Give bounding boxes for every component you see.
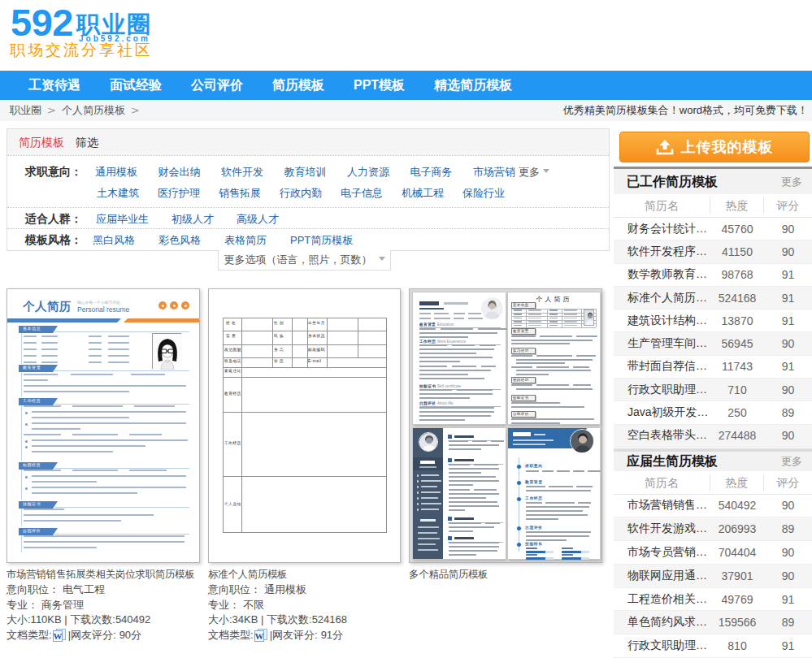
resume-preview-2: 姓 名性 别出生年月籍 贯民 族身体状况政治面貌身 高邮政编码联系电话学 历E-…: [209, 289, 400, 562]
table-row[interactable]: 工程造价相关… 49769 91: [614, 588, 812, 612]
resume-table: 姓 名性 别出生年月籍 贯民 族身体状况政治面貌身 高邮政编码联系电话学 历E-…: [223, 318, 387, 533]
text-line: [419, 301, 439, 305]
resume-name[interactable]: 市场专员营销…: [614, 545, 710, 560]
text-line: [454, 537, 474, 539]
filter-link[interactable]: 软件开发: [221, 166, 263, 178]
rating-label: |网友评分:: [68, 629, 116, 641]
resume-name[interactable]: 工程造价相关…: [614, 592, 710, 607]
filter-link[interactable]: 初级人才: [172, 213, 214, 225]
nav-item-5[interactable]: 精选简历模板: [434, 71, 512, 100]
table-row[interactable]: 市场专员营销… 704404 90: [614, 541, 812, 565]
filter-link[interactable]: 黑白风格: [93, 234, 135, 246]
table-row[interactable]: 行政文职助理… 710 90: [614, 379, 812, 401]
resume-name[interactable]: 标准个人简历…: [614, 291, 710, 305]
heat-value: 56945: [710, 337, 764, 350]
table-row[interactable]: 单色简约风求… 159566 89: [614, 611, 812, 634]
text-line: [24, 374, 58, 375]
filter-link[interactable]: 保险行业: [462, 187, 505, 199]
resume-card-2[interactable]: 姓 名性 别出生年月籍 贯民 族身体状况政治面貌身 高邮政编码联系电话学 历E-…: [208, 288, 401, 563]
table-row[interactable]: 财务会计统计… 45760 90: [614, 218, 812, 240]
resume-name[interactable]: 市场营销销售…: [614, 498, 710, 513]
resume-name[interactable]: Java初级开发…: [614, 405, 710, 420]
table-row[interactable]: 带封面自荐信… 11743 91: [614, 356, 812, 379]
filter-link[interactable]: 市场营销: [473, 166, 515, 178]
filter-link[interactable]: 人力资源: [347, 166, 389, 178]
breadcrumb-current[interactable]: 个人简历模板: [62, 104, 125, 116]
text-line: [514, 310, 522, 311]
resume-name[interactable]: 行政文职助理…: [614, 639, 710, 653]
nav-item-4[interactable]: PPT模板: [354, 71, 405, 100]
filter-link[interactable]: 彩色风格: [158, 234, 201, 246]
resume-name[interactable]: 软件开发程序…: [614, 245, 710, 259]
text-line: [25, 446, 28, 448]
card-title-link[interactable]: 标准个人简历模板: [208, 569, 288, 580]
filter-link[interactable]: 电子信息: [341, 187, 383, 199]
table-row[interactable]: 行政文职助理… 810 91: [614, 634, 812, 658]
filter-link[interactable]: 表格简历: [224, 234, 267, 246]
table-line: [358, 318, 358, 357]
filter-link[interactable]: 高级人才: [237, 213, 279, 225]
table-line: [272, 318, 273, 367]
table-row[interactable]: 市场营销销售… 540492 90: [614, 495, 812, 518]
filter-link[interactable]: 行政内勤: [280, 187, 322, 199]
filter-link[interactable]: 财会出纳: [158, 166, 201, 178]
more-link[interactable]: 更多: [781, 169, 802, 194]
resume-name[interactable]: 数学教师教育…: [614, 267, 710, 282]
table-row[interactable]: 生产管理车间… 56945 90: [614, 332, 812, 355]
nav-item-2[interactable]: 公司评价: [191, 71, 243, 100]
table-row[interactable]: 建筑设计结构… 13870 91: [614, 310, 812, 332]
resume-name[interactable]: 空白表格带头…: [614, 428, 710, 443]
upload-template-button[interactable]: 上传我的模板: [619, 132, 810, 162]
filter-link[interactable]: 教育培训: [284, 166, 327, 178]
table-row[interactable]: Java初级开发… 250 89: [614, 401, 812, 424]
more-options-toggle[interactable]: 更多选项（语言，照片，页数）: [218, 250, 391, 271]
more-options-label: 更多选项（语言，照片，页数）: [224, 253, 372, 266]
more-link[interactable]: 更多: [781, 452, 802, 471]
card-title-link[interactable]: 多个精品简历模板: [409, 569, 489, 580]
resume-name[interactable]: 行政文职助理…: [614, 383, 710, 397]
filter-link[interactable]: 机械工程: [402, 187, 444, 199]
filter-link[interactable]: 销售拓展: [219, 187, 261, 199]
section-vline: [21, 372, 22, 396]
mini-resume-top-right: 个人简历基本信息教育背景实习经历校内经历技能证书自我评价: [508, 292, 600, 424]
resume-card-3[interactable]: 教育背景 Education工作经历 Work Experience技能证书 S…: [409, 288, 602, 563]
nav-item-1[interactable]: 面试经验: [110, 71, 162, 100]
filter-link[interactable]: 医疗护理: [158, 187, 200, 199]
resume-name[interactable]: 单色简约风求…: [614, 615, 710, 630]
caption-line: 标准个人简历模板: [208, 567, 408, 582]
resume-name[interactable]: 建筑设计结构…: [614, 314, 710, 328]
ranking-header: 应届生简历模板 更多: [614, 452, 812, 471]
card-title-link[interactable]: 市场营销销售拓展类相关岗位求职简历模板: [7, 569, 195, 580]
filter-link[interactable]: 土木建筑: [97, 187, 139, 199]
text-line: [528, 325, 541, 327]
filter-link[interactable]: 电子商务: [410, 166, 453, 178]
table-row[interactable]: 标准个人简历… 524168 91: [614, 287, 812, 310]
filter-link[interactable]: 应届毕业生: [96, 213, 149, 225]
table-row[interactable]: 物联网应用通… 37901 90: [614, 565, 812, 588]
table-row[interactable]: 数学教师教育… 98768 91: [614, 264, 812, 287]
ranking-header: 已工作简历模板 更多: [614, 169, 812, 194]
filter-link[interactable]: 通用模板: [95, 166, 137, 178]
table-row[interactable]: 软件开发游戏… 206993 89: [614, 517, 812, 541]
resume-card-1[interactable]: 个人简历细心从每一个小细节开始,Personal resume基本信息教育背景工…: [7, 288, 200, 563]
more-filters-link[interactable]: 更多: [519, 166, 549, 178]
text-line: [549, 321, 558, 323]
nav-item-3[interactable]: 简历模板: [272, 71, 324, 100]
filter-link[interactable]: PPT简历模板: [290, 234, 353, 246]
upload-icon: [656, 140, 674, 155]
resume-name[interactable]: 生产管理车间…: [614, 336, 710, 351]
text-line: [514, 321, 522, 323]
table-row[interactable]: 软件开发程序… 41150 90: [614, 240, 812, 263]
resume-name[interactable]: 软件开发游戏…: [614, 522, 710, 536]
table-row[interactable]: 空白表格带头… 274488 90: [614, 425, 812, 448]
breadcrumb-home[interactable]: 职业圈: [10, 104, 41, 116]
resume-photo: [584, 310, 594, 326]
logo-number[interactable]: 592: [11, 3, 73, 41]
resume-name[interactable]: 物联网应用通…: [614, 569, 710, 583]
score-value: 90: [764, 499, 812, 512]
resume-name[interactable]: 财务会计统计…: [614, 222, 710, 236]
nav-item-0[interactable]: 工资待遇: [28, 71, 80, 100]
resume-name[interactable]: 带封面自荐信…: [614, 359, 710, 374]
breadcrumb-separator: >: [131, 104, 140, 116]
section-flag: 自我评价: [19, 528, 58, 535]
